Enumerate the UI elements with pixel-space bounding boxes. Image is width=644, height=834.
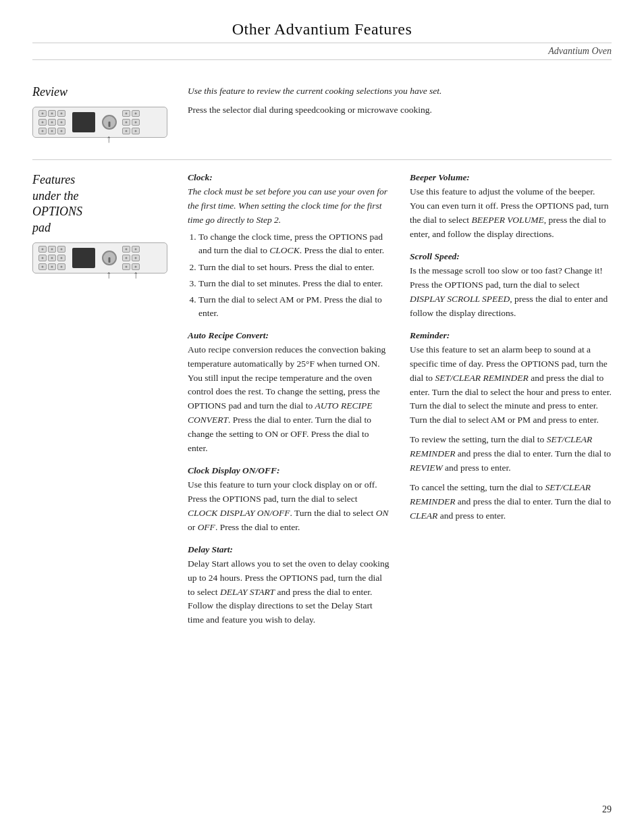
clock-step-2: Turn the dial to set hours. Press the di… bbox=[198, 261, 390, 274]
features-oven-screen bbox=[72, 248, 95, 268]
clock-step-4: Turn the dial to select AM or PM. Press … bbox=[198, 293, 390, 321]
features-left: Features under the OPTIONS pad bbox=[32, 172, 188, 637]
oven-right-buttons bbox=[122, 110, 140, 134]
oven-left-buttons bbox=[38, 110, 65, 134]
clock-display-block: Clock Display ON/OFF: Use this feature t… bbox=[188, 465, 390, 535]
features-oven-diagram: ↑ ↑ bbox=[32, 242, 167, 273]
oven-btn-r1 bbox=[122, 110, 130, 117]
review-oven-diagram-wrap: ↑ bbox=[32, 107, 174, 147]
scroll-speed-heading: Scroll Speed: bbox=[410, 251, 612, 262]
clock-steps: To change the clock time, press the OPTI… bbox=[198, 230, 390, 321]
oven-dial bbox=[102, 115, 117, 130]
reminder-body-3: To cancel the setting, turn the dial to … bbox=[410, 481, 612, 523]
oven-btn-5 bbox=[48, 119, 56, 126]
scroll-speed-block: Scroll Speed: Is the message scroll too … bbox=[410, 251, 612, 321]
oven-btn-8 bbox=[48, 128, 56, 134]
delay-start-heading: Delay Start: bbox=[188, 544, 390, 555]
auto-recipe-body: Auto recipe conversion reduces the conve… bbox=[188, 343, 390, 456]
clock-body: The clock must be set before you can use… bbox=[188, 185, 390, 320]
features-oven-right-buttons bbox=[122, 246, 140, 270]
delay-start-body: Delay Start allows you to set the oven t… bbox=[188, 557, 390, 628]
oven-btn-r6 bbox=[132, 128, 140, 134]
oven-btn-r2 bbox=[132, 110, 140, 117]
page: Other Advantium Features Advantium Oven … bbox=[0, 0, 644, 834]
reminder-body-2: To review the setting, turn the dial to … bbox=[410, 433, 612, 475]
features-col-right: Beeper Volume: Use this feature to adjus… bbox=[410, 172, 612, 637]
oven-btn-9 bbox=[57, 128, 65, 134]
beeper-volume-heading: Beeper Volume: bbox=[410, 172, 612, 183]
oven-btn-1 bbox=[38, 110, 47, 117]
header: Other Advantium Features bbox=[32, 20, 612, 43]
features-oven-arrow-1: ↑ bbox=[106, 269, 111, 281]
clock-heading: Clock: bbox=[188, 172, 390, 183]
beeper-volume-body: Use this feature to adjust the volume of… bbox=[410, 185, 612, 242]
review-right: Use this feature to review the current c… bbox=[188, 84, 612, 147]
review-intro: Use this feature to review the current c… bbox=[188, 84, 612, 98]
clock-block: Clock: The clock must be set before you … bbox=[188, 172, 390, 320]
oven-btn-r5 bbox=[122, 128, 130, 134]
review-title: Review bbox=[32, 84, 174, 100]
reminder-heading: Reminder: bbox=[410, 330, 612, 341]
features-oven-arrow-2: ↑ bbox=[133, 269, 138, 281]
features-oven-left-buttons bbox=[38, 246, 65, 270]
page-subtitle: Advantium Oven bbox=[32, 46, 612, 60]
features-title: Features under the OPTIONS pad bbox=[32, 172, 174, 236]
oven-btn-4 bbox=[38, 119, 47, 126]
features-col-left: Clock: The clock must be set before you … bbox=[188, 172, 390, 637]
oven-btn-r4 bbox=[132, 119, 140, 126]
auto-recipe-block: Auto Recipe Convert: Auto recipe convers… bbox=[188, 330, 390, 456]
clock-step-1: To change the clock time, press the OPTI… bbox=[198, 230, 390, 258]
features-oven-diagram-wrap: ↑ ↑ bbox=[32, 242, 174, 283]
page-number: 29 bbox=[602, 804, 612, 815]
beeper-volume-block: Beeper Volume: Use this feature to adjus… bbox=[410, 172, 612, 242]
review-left: Review bbox=[32, 84, 188, 147]
review-section: Review bbox=[32, 72, 612, 160]
oven-btn-3 bbox=[57, 110, 65, 117]
features-section: Features under the OPTIONS pad bbox=[32, 160, 612, 649]
review-body: Press the selector dial during speedcook… bbox=[188, 103, 612, 118]
reminder-body: Use this feature to set an alarm beep to… bbox=[410, 343, 612, 523]
clock-display-body: Use this feature to turn your clock disp… bbox=[188, 478, 390, 535]
page-title: Other Advantium Features bbox=[32, 20, 612, 38]
oven-btn-7 bbox=[38, 128, 47, 134]
scroll-speed-body: Is the message scroll too slow or too fa… bbox=[410, 264, 612, 321]
delay-start-block: Delay Start: Delay Start allows you to s… bbox=[188, 544, 390, 628]
clock-italic-intro: The clock must be set before you can use… bbox=[188, 186, 387, 225]
review-oven-diagram: ↑ bbox=[32, 107, 167, 138]
oven-btn-6 bbox=[57, 119, 65, 126]
auto-recipe-heading: Auto Recipe Convert: bbox=[188, 330, 390, 341]
reminder-block: Reminder: Use this feature to set an ala… bbox=[410, 330, 612, 523]
oven-screen bbox=[72, 112, 95, 132]
features-right: Clock: The clock must be set before you … bbox=[188, 172, 612, 637]
reminder-body-1: Use this feature to set an alarm beep to… bbox=[410, 343, 612, 428]
clock-step-3: Turn the dial to set minutes. Press the … bbox=[198, 277, 390, 290]
oven-btn-2 bbox=[48, 110, 56, 117]
oven-btn-r3 bbox=[122, 119, 130, 126]
features-oven-dial bbox=[102, 251, 117, 265]
clock-display-heading: Clock Display ON/OFF: bbox=[188, 465, 390, 476]
features-content: Clock: The clock must be set before you … bbox=[188, 172, 612, 637]
oven-arrow-1: ↑ bbox=[106, 133, 111, 145]
